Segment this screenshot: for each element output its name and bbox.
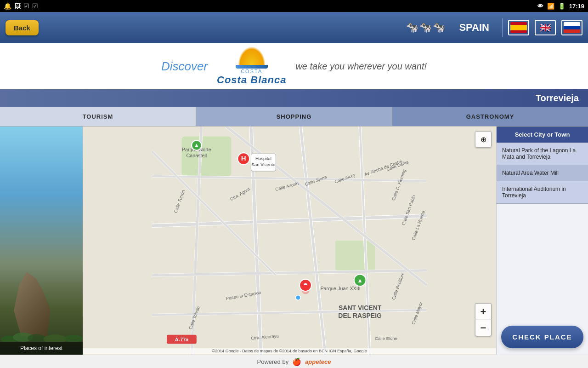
- status-icons-left: 🔔 🖼 ☑ ☑: [4, 2, 38, 10]
- photo-plants: [0, 314, 83, 342]
- app-brand-name: appetece: [305, 358, 331, 365]
- flag-es: [510, 22, 527, 33]
- svg-text:Hospital: Hospital: [255, 156, 271, 161]
- back-button[interactable]: Back: [6, 20, 39, 35]
- eye-icon: 👁: [537, 3, 543, 10]
- flag-uk-button[interactable]: 🇬🇧: [535, 20, 556, 35]
- main-content: Places of interest: [0, 126, 588, 355]
- zoom-out-button[interactable]: −: [475, 320, 492, 336]
- country-label: SPAIN: [452, 22, 497, 34]
- map-panel[interactable]: A-77a Hospital San Vicente H Parque Nort…: [83, 126, 496, 355]
- clock: 17:19: [569, 3, 584, 10]
- svg-text:DEL RASPEIG: DEL RASPEIG: [338, 312, 382, 319]
- app-logo-icon: 🍎: [292, 357, 301, 366]
- svg-point-3: [44, 334, 67, 342]
- logo-sun: [238, 46, 266, 65]
- tab-gastronomy[interactable]: GASTRONOMY: [392, 107, 588, 126]
- select-city-header: Select City or Town: [497, 126, 588, 143]
- tab-tourism[interactable]: TOURISM: [0, 107, 196, 126]
- check-icon1: ☑: [23, 2, 29, 10]
- svg-text:SANT VICENT: SANT VICENT: [339, 304, 382, 311]
- map-background: A-77a Hospital San Vicente H Parque Nort…: [83, 126, 496, 355]
- logo-name2: Costa Blanca: [217, 74, 286, 86]
- svg-point-4: [64, 335, 83, 342]
- compass-button[interactable]: ⊕: [475, 131, 492, 148]
- wifi-icon: 📶: [547, 3, 554, 10]
- city-name: Torrevieja: [536, 93, 579, 104]
- flag-ru-button[interactable]: [561, 20, 582, 35]
- city-header: Torrevieja: [0, 89, 588, 107]
- place-item-auditorium[interactable]: International Auditorium in Torrevieja: [497, 181, 588, 204]
- zoom-controls: + −: [475, 303, 492, 336]
- map-attribution: ©2014 Google · Datos de mapas de ©2014 d…: [83, 348, 496, 354]
- map-svg: A-77a Hospital San Vicente H Parque Nort…: [83, 126, 496, 355]
- tab-shopping[interactable]: SHOPPING: [196, 107, 392, 126]
- svg-text:San Vicente: San Vicente: [251, 162, 275, 167]
- photo-background: [0, 126, 83, 355]
- svg-rect-7: [335, 241, 375, 270]
- zoom-in-button[interactable]: +: [475, 303, 492, 320]
- powered-by-text: Powered by: [257, 358, 288, 365]
- logo-name1: COSTA: [241, 69, 262, 74]
- footer: Powered by 🍎 appetece: [0, 355, 588, 368]
- check-icon2: ☑: [32, 2, 38, 10]
- svg-text:A-77a: A-77a: [175, 337, 189, 342]
- top-nav: Back 🐄🐄🐄 SPAIN 🇬🇧: [0, 12, 588, 43]
- logo-area: Discover COSTA Costa Blanca we take you …: [0, 43, 588, 89]
- svg-text:▲: ▲: [193, 142, 199, 149]
- place-item-lagoon[interactable]: Natural Park of the Lagoon La Mata and T…: [497, 143, 588, 165]
- check-place-button[interactable]: CHECK PLACE: [501, 326, 583, 348]
- discover-text: Discover: [161, 59, 208, 74]
- image-icon: 🖼: [14, 2, 21, 10]
- animals-icon: 🐄🐄🐄: [406, 22, 446, 34]
- svg-text:▲: ▲: [357, 277, 363, 284]
- battery-icon: 🔋: [558, 3, 565, 10]
- photo-label: Places of interest: [0, 342, 83, 355]
- svg-point-59: [295, 295, 300, 300]
- svg-text:Calle Elche: Calle Elche: [375, 336, 397, 341]
- svg-text:H: H: [241, 154, 246, 162]
- flag-es-button[interactable]: [508, 20, 529, 35]
- flag-separator: [502, 18, 503, 37]
- svg-text:Parque Juan XXIII: Parque Juan XXIII: [320, 286, 360, 291]
- photo-panel: Places of interest: [0, 126, 83, 355]
- svg-text:Canastell: Canastell: [186, 153, 207, 158]
- logo-sea: [236, 65, 268, 69]
- costa-blanca-logo: COSTA Costa Blanca: [217, 46, 286, 86]
- status-bar: 🔔 🖼 ☑ ☑ 👁 📶 🔋 17:19: [0, 0, 588, 12]
- right-panel: Select City or Town Natural Park of the …: [496, 126, 588, 355]
- tagline-text: we take you wherever you want!: [295, 61, 427, 72]
- tabs: TOURISM SHOPPING GASTRONOMY: [0, 107, 588, 126]
- flag-ru: [564, 22, 580, 33]
- status-icons-right: 👁 📶 🔋 17:19: [537, 3, 584, 10]
- place-item-watermill[interactable]: Natural Area Water Mill: [497, 165, 588, 181]
- notification-icon: 🔔: [4, 2, 11, 10]
